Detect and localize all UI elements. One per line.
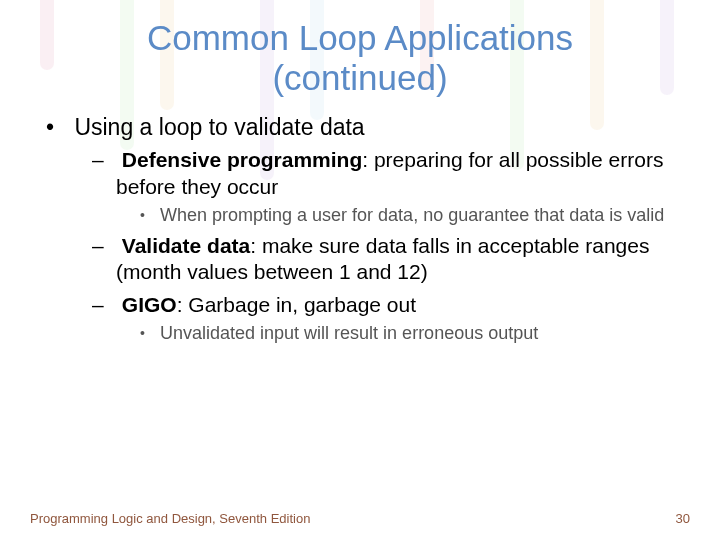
- term: Validate data: [122, 234, 250, 257]
- bullet-lvl2: Validate data: make sure data falls in a…: [68, 233, 674, 286]
- footer-text: Programming Logic and Design, Seventh Ed…: [30, 511, 310, 526]
- title-line-1: Common Loop Applications: [147, 18, 573, 57]
- bullet-lvl2: Defensive programming: preparing for all…: [68, 147, 674, 227]
- slide-title: Common Loop Applications (continued): [0, 0, 720, 99]
- footer: Programming Logic and Design, Seventh Ed…: [30, 511, 690, 526]
- page-number: 30: [676, 511, 690, 526]
- bullet-text: : Garbage in, garbage out: [177, 293, 416, 316]
- term: GIGO: [122, 293, 177, 316]
- bullet-text: Using a loop to validate data: [74, 114, 364, 140]
- bullet-lvl1: Using a loop to validate data Defensive …: [46, 113, 674, 346]
- bullet-lvl2: GIGO: Garbage in, garbage out Unvalidate…: [68, 292, 674, 346]
- title-line-2: (continued): [272, 58, 447, 97]
- bullet-text: Unvalidated input will result in erroneo…: [160, 323, 538, 343]
- bullet-text: When prompting a user for data, no guara…: [160, 205, 664, 225]
- term: Defensive programming: [122, 148, 362, 171]
- bullet-lvl3: Unvalidated input will result in erroneo…: [116, 322, 674, 345]
- slide-body: Using a loop to validate data Defensive …: [0, 99, 720, 346]
- bullet-lvl3: When prompting a user for data, no guara…: [116, 204, 674, 227]
